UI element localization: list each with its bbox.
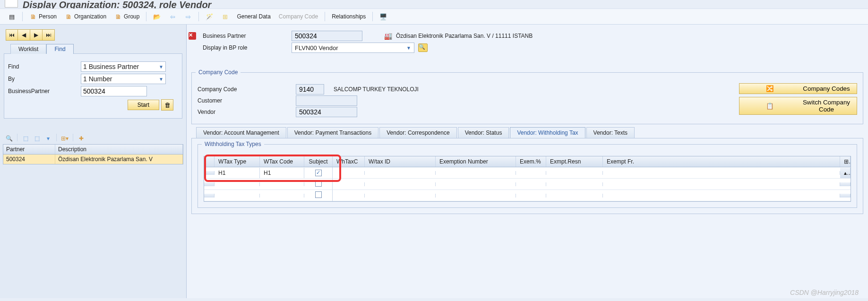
start-label: Start <box>138 102 149 108</box>
group-title: Company Code <box>196 69 241 76</box>
tab-texts[interactable]: Vendor: Texts <box>586 127 635 138</box>
chevron-down-icon: ▼ <box>159 77 163 82</box>
sort-asc-icon[interactable]: ⬚ <box>20 134 31 143</box>
wt-table: WTax Type WTax Code Subject WhTaxC W/tax… <box>204 156 851 202</box>
services-icon[interactable]: 🖥️ <box>376 11 390 22</box>
col-wtax-type[interactable]: WTax Type <box>215 156 260 167</box>
menu-icon[interactable]: ▤ <box>5 11 19 22</box>
filter-icon[interactable]: ▾ <box>43 134 53 143</box>
tab-label: Vendor: Texts <box>593 129 628 136</box>
col-subject[interactable]: Subject <box>304 156 333 167</box>
person-button[interactable]: 🗎Person <box>26 11 60 22</box>
group-button[interactable]: 🗎Group <box>111 11 143 22</box>
bp-value <box>292 31 362 41</box>
cell-wtax-type <box>215 194 260 198</box>
separator <box>325 12 325 21</box>
col-exempt-fr[interactable]: Exempt Fr. <box>603 156 840 167</box>
partner-row[interactable]: 500324 Özdisan Elektronik Pazarlama San.… <box>3 155 183 164</box>
bp-label: BusinessPartner <box>8 88 79 95</box>
company-codes-button[interactable]: 🔀 Company Codes <box>739 83 857 94</box>
role-dropdown[interactable]: FLVN00 Vendor ▼ <box>292 43 414 53</box>
delete-button[interactable]: 🗑 <box>161 99 173 111</box>
wt-row[interactable] <box>204 190 851 201</box>
bp-label: Business Partner <box>203 33 288 39</box>
cell-exemption-number <box>436 194 516 198</box>
scroll-icon[interactable] <box>840 182 851 186</box>
col-exemption-number[interactable]: Exemption Number <box>436 156 516 167</box>
tab-worklist[interactable]: Worklist <box>10 44 46 54</box>
col-select[interactable] <box>204 156 215 167</box>
relationships-button[interactable]: Relationships <box>328 11 369 22</box>
left-pane: ⏮ ◀ ▶ ⏭ Worklist Find Find 1 Business Pa… <box>0 25 187 298</box>
row-select[interactable] <box>204 194 215 198</box>
back-icon[interactable]: ⇦ <box>165 11 180 22</box>
config-icon[interactable]: ⊞ <box>840 156 851 167</box>
tab-account-mgmt[interactable]: Vendor: Account Management <box>196 127 286 138</box>
tab-correspondence[interactable]: Vendor: Correspondence <box>379 127 456 138</box>
start-button[interactable]: Start <box>128 100 159 110</box>
nav-prev-icon[interactable]: ◀ <box>18 29 30 41</box>
factory-icon: 🏭 <box>384 32 392 40</box>
col-wtax-code[interactable]: WTax Code <box>260 156 304 167</box>
forward-icon[interactable]: ⇨ <box>181 11 195 22</box>
hierarchy-icon[interactable]: ⊞ <box>218 11 232 22</box>
vendor-tabs: Vendor: Account Management Vendor: Payme… <box>196 127 868 138</box>
col-exmpt-resn[interactable]: Exmpt.Resn <box>546 156 603 167</box>
person-label: Person <box>39 13 57 20</box>
sort-desc-icon[interactable]: ⬚ <box>32 134 42 143</box>
cell-wtax-id <box>365 194 436 198</box>
wt-row[interactable] <box>204 179 851 190</box>
col-exem-pct[interactable]: Exem.% <box>516 156 546 167</box>
cell-subject[interactable]: ✓ <box>304 167 333 178</box>
nav-first-icon[interactable]: ⏮ <box>6 29 18 41</box>
open-icon[interactable]: 📂 <box>150 11 164 22</box>
row-select[interactable] <box>204 171 215 175</box>
role-search-icon[interactable]: 🔍 <box>418 43 428 52</box>
row-select[interactable] <box>204 182 215 186</box>
scroll-icon[interactable]: ▴ <box>840 168 851 178</box>
page-title: Display Organization: 500324, role Vendo… <box>23 0 211 9</box>
col-wtax-id[interactable]: W/tax ID <box>365 156 436 167</box>
wt-row[interactable]: H1H1✓▴ <box>204 167 851 179</box>
col-description[interactable]: Description <box>55 145 183 154</box>
cell-subject[interactable] <box>304 178 333 190</box>
cell-exempt-fr <box>603 182 840 186</box>
switch-cc-button[interactable]: 📋 Switch Company Code <box>739 97 857 115</box>
layout-icon[interactable]: ⊞▾ <box>60 134 70 143</box>
nav-last-icon[interactable]: ⏭ <box>43 29 55 41</box>
general-data-button[interactable]: General Data <box>233 11 274 22</box>
tab-find-label: Find <box>54 46 65 52</box>
find-dropdown[interactable]: 1 Business Partner▼ <box>81 61 166 72</box>
nav-next-icon[interactable]: ▶ <box>30 29 43 41</box>
col-partner[interactable]: Partner <box>3 145 55 154</box>
col-whtaxc[interactable]: WhTaxC <box>333 156 365 167</box>
chevron-down-icon: ▼ <box>406 45 411 51</box>
right-pane: ✕ Business Partner 🏭 Özdisan Elektronik … <box>187 25 868 298</box>
wt-header: WTax Type WTax Code Subject WhTaxC W/tax… <box>204 156 851 167</box>
add-icon[interactable]: ✚ <box>76 134 86 143</box>
tab-find[interactable]: Find <box>46 44 73 54</box>
cell-exmpt-resn <box>546 194 603 198</box>
tab-payment[interactable]: Vendor: Payment Transactions <box>287 127 378 138</box>
organization-button[interactable]: 🗎Organization <box>61 11 110 22</box>
bp-input[interactable] <box>81 86 147 96</box>
checkbox-icon[interactable] <box>315 180 322 187</box>
tab-withholding-tax[interactable]: Vendor: Withholding Tax <box>510 127 585 138</box>
by-label: By <box>8 76 79 82</box>
check-icon[interactable]: 🪄 <box>202 11 216 22</box>
tab-worklist-label: Worklist <box>18 46 38 52</box>
cell-subject[interactable] <box>304 189 333 201</box>
close-icon[interactable]: ✕ <box>189 32 196 40</box>
scroll-icon[interactable] <box>840 194 851 198</box>
separator <box>22 12 23 21</box>
by-dropdown[interactable]: 1 Number▼ <box>81 74 166 84</box>
checkbox-icon[interactable] <box>315 191 322 198</box>
separator <box>372 12 373 21</box>
vendor-label: Vendor <box>198 109 292 115</box>
cell-exempt-fr <box>603 171 840 175</box>
company-code-group: Company Code Company Code SALCOMP TURKEY… <box>191 72 863 124</box>
tab-status[interactable]: Vendor: Status <box>458 127 509 138</box>
company-code-button[interactable]: Company Code <box>275 11 321 22</box>
checkbox-icon[interactable]: ✓ <box>315 170 322 176</box>
details-icon[interactable]: 🔍 <box>4 134 14 143</box>
